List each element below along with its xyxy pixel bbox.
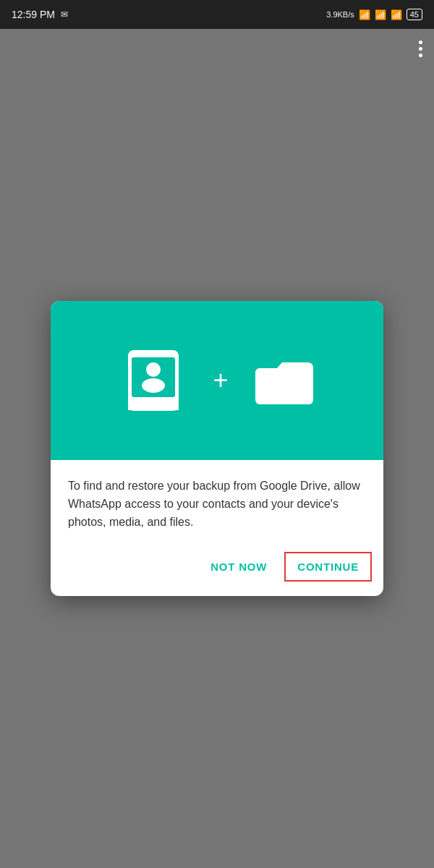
svg-point-2 [146, 362, 161, 377]
status-time: 12:59 PM [12, 9, 55, 20]
app-background: + To find and restore your backup from G… [0, 29, 434, 868]
folder-icon [252, 354, 317, 408]
svg-point-3 [142, 378, 165, 393]
status-bar-left: 12:59 PM ✉ [12, 9, 68, 20]
dialog-message: To find and restore your backup from Goo… [68, 477, 366, 531]
signal-icon-2: 📶 [375, 9, 386, 20]
dialog-body: To find and restore your backup from Goo… [51, 460, 383, 542]
not-now-button[interactable]: NOT NOW [199, 553, 278, 580]
network-speed: 3.9KB/s [326, 10, 354, 19]
status-bar: 12:59 PM ✉ 3.9KB/s 📶 📶 📶 45 [0, 0, 434, 29]
status-bar-right: 3.9KB/s 📶 📶 📶 45 [326, 9, 422, 20]
message-icon: ✉ [61, 9, 68, 20]
dot-2 [419, 47, 422, 51]
contact-book-icon [117, 344, 190, 417]
svg-rect-4 [128, 401, 179, 404]
signal-icon-1: 📶 [359, 9, 370, 20]
more-options-button[interactable] [419, 41, 422, 57]
svg-rect-5 [128, 407, 179, 410]
battery-indicator: 45 [407, 9, 422, 20]
dialog-actions: NOT NOW CONTINUE [51, 543, 383, 596]
wifi-icon: 📶 [391, 9, 402, 20]
continue-button[interactable]: CONTINUE [284, 552, 372, 582]
dot-3 [419, 54, 422, 57]
dialog-header: + [51, 301, 383, 460]
permission-dialog: + To find and restore your backup from G… [51, 301, 383, 595]
dot-1 [419, 41, 422, 44]
plus-icon: + [213, 367, 228, 393]
